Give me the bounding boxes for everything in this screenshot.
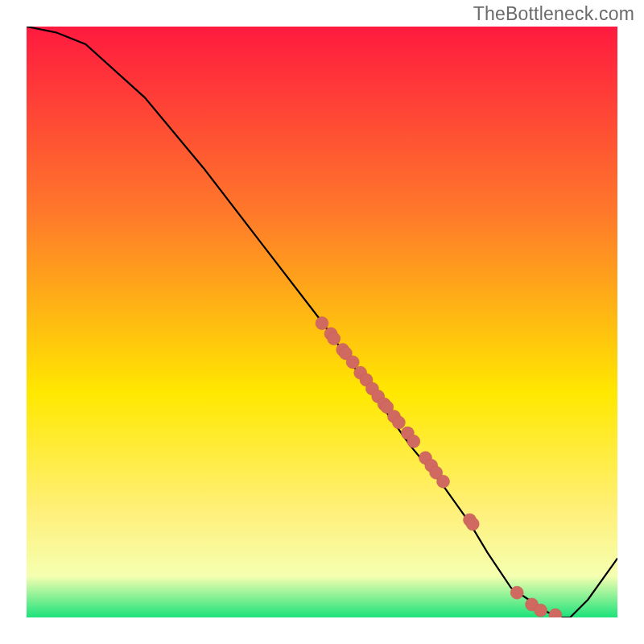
chart-container: TheBottleneck.com — [0, 0, 644, 644]
curve-marker — [549, 609, 562, 621]
curve-marker — [316, 317, 328, 330]
curve-marker — [510, 586, 523, 599]
curve-marker — [437, 475, 450, 488]
watermark-text: TheBottleneck.com — [473, 3, 634, 25]
curve-marker — [346, 356, 359, 369]
curve-marker — [392, 416, 405, 429]
curve-marker — [535, 604, 547, 617]
curve-marker — [328, 332, 341, 345]
curve-marker — [407, 435, 420, 448]
bottleneck-chart — [0, 0, 644, 644]
curve-marker — [466, 518, 479, 530]
